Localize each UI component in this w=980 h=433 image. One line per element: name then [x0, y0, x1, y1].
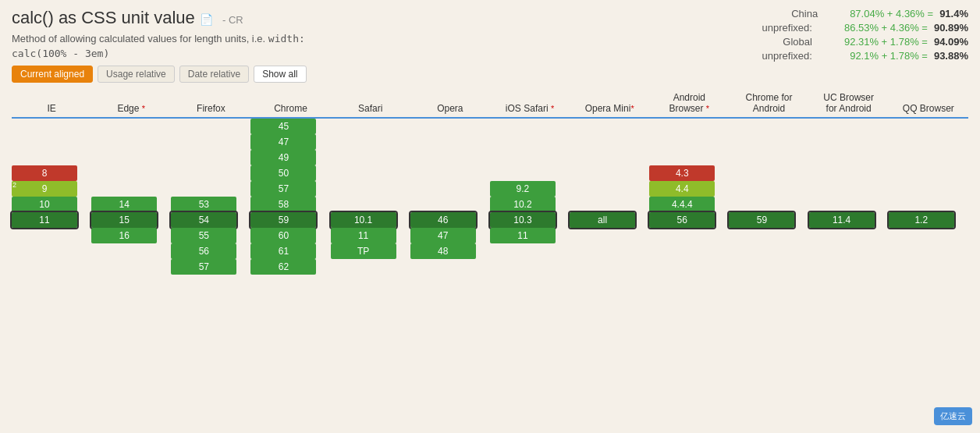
cell-chrome-8: 61: [250, 243, 330, 259]
table-row: 49: [12, 150, 968, 165]
cell-edge-1: [91, 134, 171, 150]
usage-relative-button[interactable]: Usage relative: [98, 66, 175, 83]
cell-uc_android-5: [809, 197, 889, 212]
cell-firefox-0: [171, 118, 250, 134]
table-row: 8504.3: [12, 165, 968, 181]
cell-edge-3: [91, 165, 171, 181]
page-title: calc() as CSS unit value 📄 - CR: [12, 8, 672, 28]
cell-safari-7: 11: [331, 228, 410, 243]
cell-edge-2: [91, 150, 171, 165]
cell-chrome-9: 62: [250, 259, 330, 275]
cell-android_browser-5: 4.4.4: [649, 197, 729, 212]
cell-qq_android-9: [889, 259, 968, 275]
cell-chrome_android-9: [729, 259, 808, 275]
cell-firefox-5: 53: [171, 197, 250, 212]
filter-row: Current aligned Usage relative Date rela…: [12, 66, 968, 83]
cell-android_browser-2: [649, 150, 729, 165]
cell-firefox-1: [171, 134, 250, 150]
cell-ios_safari-8: [490, 243, 570, 259]
date-relative-button[interactable]: Date relative: [179, 66, 249, 83]
table-row: 165560114711: [12, 228, 968, 243]
cell-uc_android-0: [809, 118, 889, 134]
cell-android_browser-0: [649, 118, 729, 134]
description: Method of allowing calculated values for…: [12, 33, 672, 44]
cell-ios_safari-0: [490, 118, 570, 134]
table-row: 5762: [12, 259, 968, 275]
browser-table: IE Edge * Firefox Chrome Safari Opera iO…: [12, 89, 968, 275]
table-row: 47: [12, 134, 968, 150]
cell-opera_mini-5: [570, 197, 649, 212]
cell-opera-3: [410, 165, 490, 181]
opera-mini-header: Opera Mini*: [570, 89, 649, 118]
cell-ie-3: 8: [12, 165, 91, 181]
china-total: 91.4%: [939, 8, 968, 20]
cell-opera-5: [410, 197, 490, 212]
global-value: 92.31% + 1.78% =: [818, 36, 928, 48]
cell-firefox-2: [171, 150, 250, 165]
chrome-header: Chrome: [250, 89, 330, 118]
cell-firefox-8: 56: [171, 243, 250, 259]
cell-chrome-1: 47: [250, 134, 330, 150]
cell-opera_mini-6: all: [570, 212, 649, 228]
cell-ie-6: 11: [12, 212, 91, 228]
cell-uc_android-1: [809, 134, 889, 150]
global-label: Global: [750, 36, 812, 48]
cell-ios_safari-5: 10.2: [490, 197, 570, 212]
cell-opera-9: [410, 259, 490, 275]
cell-safari-1: [331, 134, 410, 150]
cell-safari-4: [331, 181, 410, 197]
cell-chrome-0: 45: [250, 118, 330, 134]
uc-android-header: UC Browserfor Android: [809, 89, 889, 118]
cell-opera-0: [410, 118, 490, 134]
cell-opera-4: [410, 181, 490, 197]
cell-ios_safari-7: 11: [490, 228, 570, 243]
cell-firefox-4: [171, 181, 250, 197]
cell-chrome_android-8: [729, 243, 808, 259]
cell-qq_android-8: [889, 243, 968, 259]
cell-firefox-3: [171, 165, 250, 181]
cell-opera_mini-7: [570, 228, 649, 243]
table-row: 29579.24.4: [12, 181, 968, 197]
code-example: calc(100% - 3em): [12, 48, 672, 59]
global-unprefixed-value: 92.1% + 1.78% =: [818, 50, 928, 62]
opera-header: Opera: [410, 89, 490, 118]
cell-ie-7: [12, 228, 91, 243]
cell-chrome_android-2: [729, 150, 808, 165]
show-all-button[interactable]: Show all: [254, 66, 306, 83]
watermark: 亿速云: [934, 407, 972, 425]
cell-opera_mini-8: [570, 243, 649, 259]
cell-ie-9: [12, 259, 91, 275]
android-browser-header: AndroidBrowser *: [649, 89, 729, 118]
cell-chrome-4: 57: [250, 181, 330, 197]
cell-chrome_android-0: [729, 118, 808, 134]
cell-edge-7: 16: [91, 228, 171, 243]
cell-ie-0: [12, 118, 91, 134]
cell-chrome_android-4: [729, 181, 808, 197]
cell-ie-8: [12, 243, 91, 259]
current-aligned-button[interactable]: Current aligned: [12, 66, 93, 83]
cell-safari-2: [331, 150, 410, 165]
cell-qq_android-4: [889, 181, 968, 197]
cell-opera_mini-0: [570, 118, 649, 134]
edge-header: Edge *: [91, 89, 171, 118]
cell-safari-8: TP: [331, 243, 410, 259]
chrome-android-header: Chrome forAndroid: [729, 89, 808, 118]
cell-qq_android-7: [889, 228, 968, 243]
table-row: 45: [12, 118, 968, 134]
cell-edge-8: [91, 243, 171, 259]
cell-chrome_android-5: [729, 197, 808, 212]
cell-opera_mini-1: [570, 134, 649, 150]
table-row: 1115545910.14610.3all565911.41.2: [12, 212, 968, 228]
cell-ios_safari-1: [490, 134, 570, 150]
cell-android_browser-1: [649, 134, 729, 150]
cell-qq_android-3: [889, 165, 968, 181]
cell-chrome-7: 60: [250, 228, 330, 243]
cell-firefox-7: 55: [171, 228, 250, 243]
cell-opera_mini-3: [570, 165, 649, 181]
cell-ie-5: 10: [12, 197, 91, 212]
cell-uc_android-3: [809, 165, 889, 181]
global-unprefixed-total: 93.88%: [934, 50, 968, 62]
cell-chrome_android-7: [729, 228, 808, 243]
global-unprefixed-label: unprefixed:: [750, 50, 812, 62]
cell-edge-5: 14: [91, 197, 171, 212]
